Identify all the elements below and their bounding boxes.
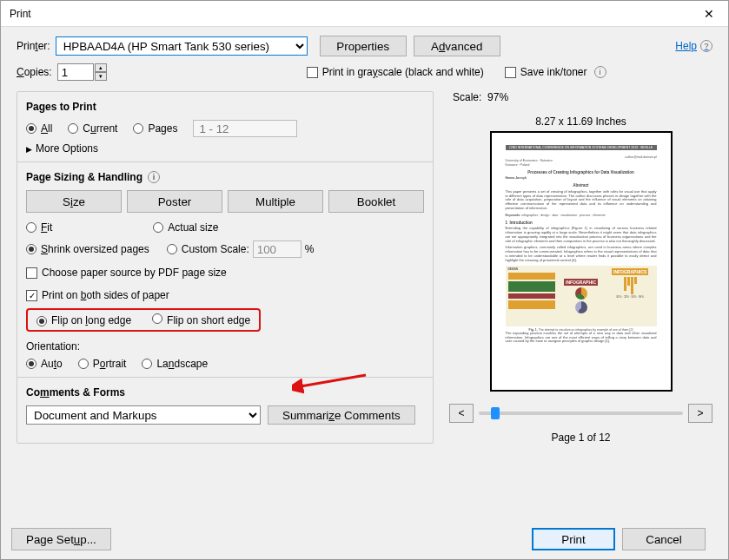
printer-select[interactable]: HPBAAD4A (HP Smart Tank 530 series) xyxy=(56,36,308,56)
radio-landscape[interactable]: Landscape xyxy=(142,358,208,370)
save-ink-checkbox[interactable]: Save ink/toner xyxy=(505,66,587,78)
multiple-button[interactable]: Multiple xyxy=(228,190,323,213)
radio-portrait[interactable]: Portrait xyxy=(78,358,127,370)
summarize-comments-button[interactable]: Summarize Comments xyxy=(268,405,415,425)
radio-flip-short[interactable]: Flip on short edge xyxy=(152,313,250,326)
next-page-button[interactable]: > xyxy=(688,404,712,423)
page-dimensions: 8.27 x 11.69 Inches xyxy=(535,115,626,128)
printer-label: Printer: xyxy=(17,40,50,52)
radio-custom-scale[interactable]: Custom Scale: % xyxy=(167,240,315,258)
info-icon-sizing: i xyxy=(148,171,160,183)
page-setup-button[interactable]: Page Setup... xyxy=(11,528,111,550)
page-preview: 22ND INTERNATIONAL CONFERENCE ON INFORMA… xyxy=(490,131,673,392)
prev-page-button[interactable]: < xyxy=(449,404,474,423)
copies-input[interactable] xyxy=(57,63,94,81)
properties-button[interactable]: Properties xyxy=(320,36,407,56)
sizing-title: Page Sizing & Handling xyxy=(26,171,142,183)
window-title: Print xyxy=(10,8,689,20)
advanced-button[interactable]: Advanced xyxy=(414,36,500,56)
size-button[interactable]: Size xyxy=(26,190,122,213)
page-indicator: Page 1 of 12 xyxy=(551,432,610,444)
expand-icon: ▶ xyxy=(26,145,32,154)
orientation-label: Orientation: xyxy=(26,340,424,352)
pages-range-input[interactable] xyxy=(193,120,297,137)
both-sides-checkbox[interactable]: ✓Print on both sides of paper xyxy=(26,289,424,301)
choose-source-checkbox[interactable]: Choose paper source by PDF page size xyxy=(26,267,424,279)
comments-select[interactable]: Document and Markups xyxy=(26,405,261,425)
print-button[interactable]: Print xyxy=(532,528,615,550)
custom-scale-input[interactable] xyxy=(253,240,302,258)
radio-pages[interactable]: Pages xyxy=(133,122,177,135)
scale-label: Scale: 97% xyxy=(453,91,508,103)
poster-button[interactable]: Poster xyxy=(127,190,222,213)
radio-shrink[interactable]: Shrink oversized pages xyxy=(26,243,149,255)
close-button[interactable]: ✕ xyxy=(689,1,728,27)
cancel-button[interactable]: Cancel xyxy=(622,528,706,550)
info-icon-ink: i xyxy=(594,66,606,78)
radio-all[interactable]: All xyxy=(26,122,52,135)
radio-actual[interactable]: Actual size xyxy=(153,221,218,234)
help-icon: ? xyxy=(700,40,712,52)
radio-fit[interactable]: Fit xyxy=(26,221,52,234)
copies-up[interactable]: ▲ xyxy=(95,63,107,72)
radio-flip-long[interactable]: Flip on long edge xyxy=(36,314,131,326)
radio-current[interactable]: Current xyxy=(68,122,117,135)
radio-auto[interactable]: Auto xyxy=(26,358,63,370)
copies-label: Copies: xyxy=(17,66,52,78)
highlight-box: Flip on long edge Flip on short edge xyxy=(26,308,261,332)
grayscale-checkbox[interactable]: Print in grayscale (black and white) xyxy=(307,66,484,78)
page-slider[interactable] xyxy=(479,412,683,415)
booklet-button[interactable]: Booklet xyxy=(328,190,424,213)
more-options-toggle[interactable]: ▶More Options xyxy=(26,142,424,155)
help-link[interactable]: Help ? xyxy=(675,40,712,52)
comments-title: Comments & Forms xyxy=(26,386,424,399)
pages-to-print-title: Pages to Print xyxy=(26,101,424,113)
copies-down[interactable]: ▼ xyxy=(95,72,107,81)
